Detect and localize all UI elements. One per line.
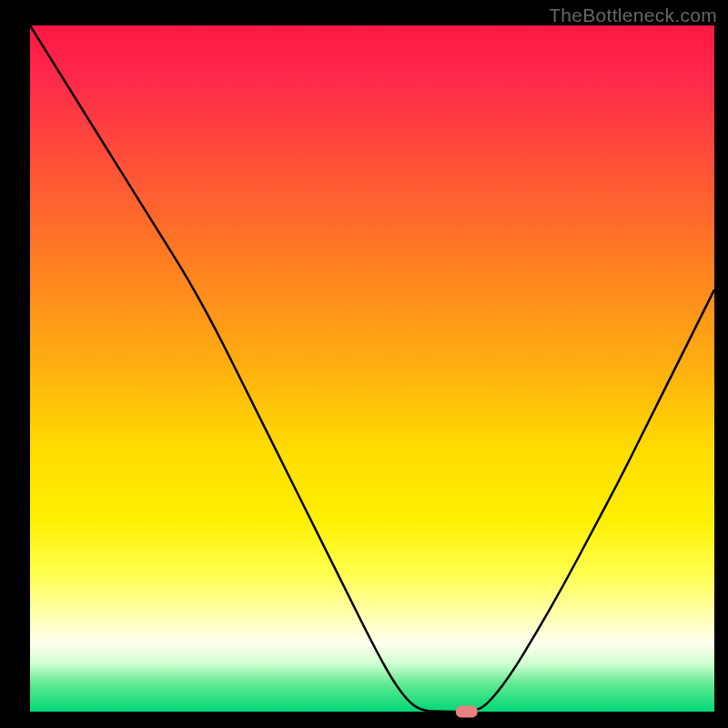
optimal-marker [456, 706, 478, 718]
watermark-text: TheBottleneck.com [549, 5, 717, 26]
chart-svg [0, 0, 728, 728]
bottleneck-chart: TheBottleneck.com [0, 0, 728, 728]
plot-background [30, 25, 714, 712]
